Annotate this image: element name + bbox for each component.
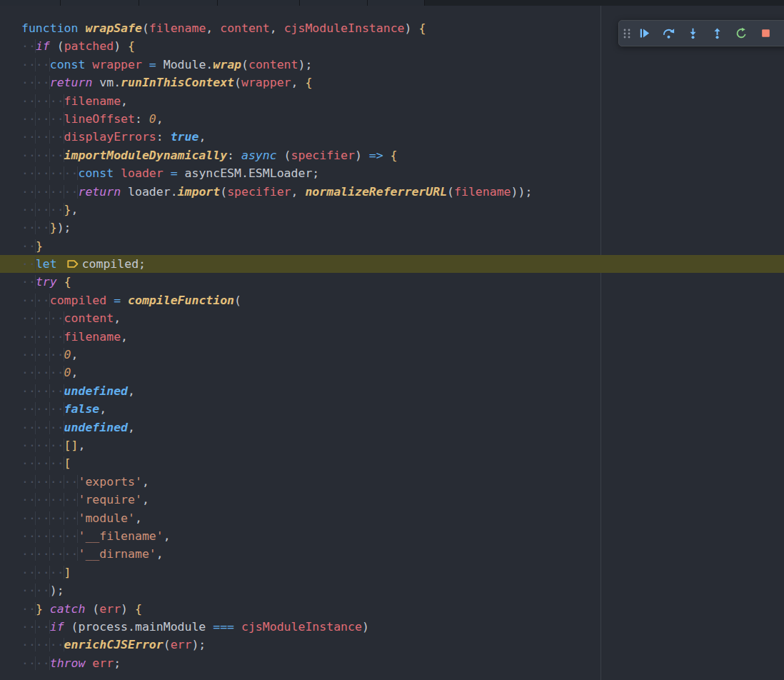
editor-tab[interactable] bbox=[368, 0, 425, 6]
editor-tab[interactable] bbox=[61, 0, 139, 6]
debug-step-over-button[interactable] bbox=[656, 23, 680, 44]
code-line[interactable]: ······}, bbox=[0, 201, 784, 219]
debug-stop-button[interactable] bbox=[753, 23, 778, 44]
code-token: , bbox=[114, 311, 121, 325]
debug-continue-button[interactable] bbox=[632, 23, 656, 44]
tab-strip bbox=[0, 0, 784, 6]
debug-restart-button[interactable] bbox=[729, 23, 753, 44]
code-line[interactable]: ······filename, bbox=[0, 328, 784, 346]
toolbar-drag-handle-icon[interactable] bbox=[621, 26, 632, 41]
editor-tab[interactable] bbox=[300, 0, 368, 6]
code-token: cjsModuleInstance bbox=[241, 620, 362, 634]
editor-tab[interactable] bbox=[218, 0, 300, 6]
code-line[interactable]: ····if (process.mainModule === cjsModule… bbox=[0, 618, 784, 636]
code-line[interactable]: ········'__dirname', bbox=[0, 545, 784, 563]
code-line[interactable]: ········'require', bbox=[0, 491, 784, 509]
code-token: , bbox=[71, 348, 79, 361]
code-line[interactable]: ··} catch (err) { bbox=[0, 600, 784, 618]
code-token: : bbox=[135, 112, 149, 126]
code-token: true bbox=[171, 130, 199, 144]
code-token: ) bbox=[355, 149, 369, 162]
code-line-current[interactable]: ··let compiled; bbox=[0, 255, 784, 273]
code-line[interactable]: ······false, bbox=[0, 400, 784, 418]
code-token: displayErrors bbox=[64, 130, 156, 144]
code-token: ; bbox=[114, 656, 121, 670]
code-token: === bbox=[213, 620, 234, 634]
code-token: , bbox=[142, 475, 149, 489]
indent-whitespace: ······ bbox=[21, 149, 64, 162]
code-token: return bbox=[50, 76, 93, 89]
code-token: compiled bbox=[50, 294, 106, 307]
code-token: try bbox=[36, 275, 57, 289]
code-token: compiled; bbox=[82, 257, 146, 271]
indent-whitespace: ······ bbox=[21, 130, 64, 144]
code-line[interactable]: ······undefined, bbox=[0, 419, 784, 436]
indent-whitespace: ···· bbox=[21, 584, 50, 597]
code-line[interactable]: ····const wrapper = Module.wrap(content)… bbox=[0, 56, 784, 74]
code-line[interactable]: ······[ bbox=[0, 454, 784, 472]
code-editor[interactable]: function wrapSafe(filename, content, cjs… bbox=[0, 6, 784, 680]
code-line[interactable]: ······0, bbox=[0, 364, 784, 381]
debug-step-out-button[interactable] bbox=[705, 23, 729, 44]
indent-whitespace: ······ bbox=[21, 421, 64, 434]
code-token: '__dirname' bbox=[78, 547, 156, 561]
code-line[interactable]: ······undefined, bbox=[0, 382, 784, 400]
indent-whitespace: ········ bbox=[21, 185, 78, 199]
code-line[interactable]: ······[], bbox=[0, 436, 784, 454]
code-token: , bbox=[198, 130, 206, 144]
code-token: const bbox=[78, 166, 114, 180]
code-line[interactable]: ······enrichCJSError(err); bbox=[0, 636, 784, 654]
code-line[interactable]: ····); bbox=[0, 581, 784, 599]
code-area[interactable]: function wrapSafe(filename, content, cjs… bbox=[0, 6, 784, 680]
code-line[interactable]: ······0, bbox=[0, 346, 784, 364]
indent-whitespace: ···· bbox=[21, 221, 50, 234]
code-token: 'require' bbox=[78, 493, 141, 506]
code-token: { bbox=[391, 149, 398, 162]
code-line[interactable]: ········return loader.import(specifier, … bbox=[0, 183, 784, 201]
code-token: patched bbox=[64, 39, 114, 53]
indent-whitespace: ·· bbox=[21, 39, 36, 53]
indent-whitespace: ······ bbox=[21, 638, 64, 651]
code-token: vm. bbox=[92, 76, 121, 89]
editor-tab[interactable] bbox=[0, 0, 61, 6]
code-line[interactable]: ····return vm.runInThisContext(wrapper, … bbox=[0, 74, 784, 91]
code-line[interactable]: ······importModuleDynamically: async (sp… bbox=[0, 146, 784, 164]
code-line[interactable]: ····throw err; bbox=[0, 654, 784, 672]
code-line[interactable]: ··} bbox=[0, 237, 784, 255]
indent-whitespace: ·· bbox=[21, 275, 36, 289]
code-line[interactable]: ······lineOffset: 0, bbox=[0, 110, 784, 128]
code-line[interactable]: ········'__filename', bbox=[0, 527, 784, 545]
code-token: [] bbox=[64, 439, 79, 452]
code-line[interactable]: ····}); bbox=[0, 219, 784, 236]
code-line[interactable]: ······] bbox=[0, 564, 784, 581]
indent-whitespace: ·· bbox=[21, 239, 36, 253]
indent-whitespace: ······ bbox=[21, 348, 64, 361]
code-line[interactable]: ········const loader = asyncESM.ESMLoade… bbox=[0, 164, 784, 182]
code-token: false bbox=[64, 402, 100, 416]
code-token: function bbox=[21, 21, 78, 35]
code-token: loader. bbox=[121, 185, 177, 199]
code-line[interactable]: ······displayErrors: true, bbox=[0, 128, 784, 146]
code-token: { bbox=[135, 602, 142, 616]
code-token: ( bbox=[234, 76, 241, 89]
code-token: , bbox=[78, 439, 85, 452]
code-line[interactable]: ····compiled = compileFunction( bbox=[0, 291, 784, 309]
code-line[interactable]: ······content, bbox=[0, 309, 784, 327]
editor-tab[interactable] bbox=[139, 0, 218, 6]
code-token: ( bbox=[164, 638, 171, 651]
code-token: : bbox=[156, 130, 171, 144]
debug-step-into-button[interactable] bbox=[680, 23, 705, 44]
code-token bbox=[85, 656, 92, 670]
code-token: } bbox=[36, 239, 43, 253]
code-token: { bbox=[305, 76, 312, 89]
code-token: ); bbox=[191, 638, 206, 651]
code-token: filename bbox=[149, 21, 206, 35]
code-token: content bbox=[248, 58, 298, 71]
code-token bbox=[43, 602, 50, 616]
code-line[interactable]: ······filename, bbox=[0, 92, 784, 110]
indent-whitespace: ···· bbox=[21, 294, 50, 307]
code-line[interactable]: ········'module', bbox=[0, 509, 784, 527]
code-line[interactable]: ········'exports', bbox=[0, 473, 784, 491]
code-line[interactable]: ··try { bbox=[0, 273, 784, 291]
code-token: } bbox=[64, 203, 71, 216]
